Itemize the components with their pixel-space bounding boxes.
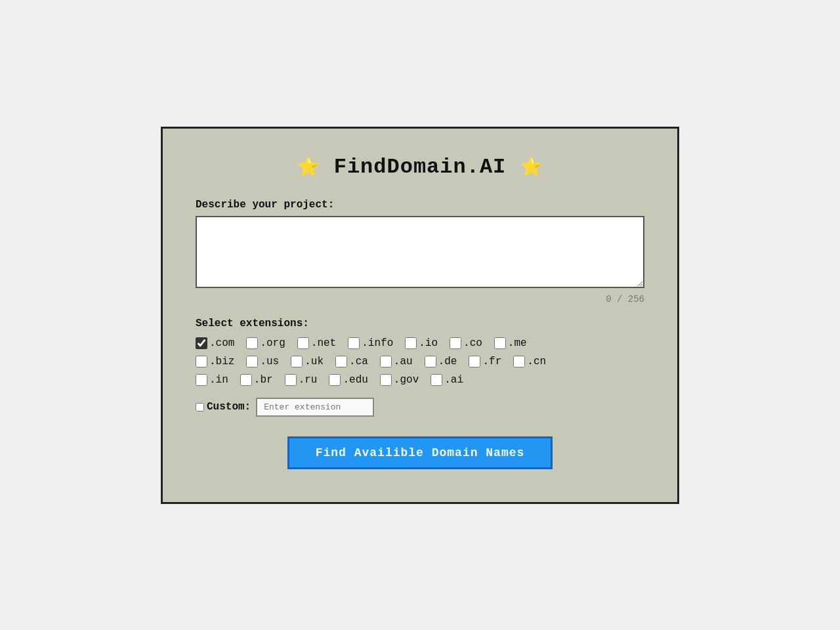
app-title: ⭐ FindDomain.AI ⭐ xyxy=(196,155,644,179)
ext-de-item[interactable]: .de xyxy=(425,356,457,368)
extensions-row-3: .in .br .ru .edu .gov .ai xyxy=(196,374,644,386)
ext-de-checkbox[interactable] xyxy=(425,356,436,368)
ext-biz-checkbox[interactable] xyxy=(196,356,207,368)
ext-edu-item[interactable]: .edu xyxy=(329,374,368,386)
ext-au-checkbox[interactable] xyxy=(380,356,392,368)
ext-uk-checkbox[interactable] xyxy=(291,356,303,368)
find-domains-button[interactable]: Find Availible Domain Names xyxy=(287,436,553,469)
ext-net-checkbox[interactable] xyxy=(297,337,309,349)
ext-ai-checkbox[interactable] xyxy=(430,374,442,386)
ext-ca-item[interactable]: .ca xyxy=(335,356,368,368)
ext-edu-checkbox[interactable] xyxy=(329,374,341,386)
ext-ca-checkbox[interactable] xyxy=(335,356,347,368)
custom-label-text: Custom: xyxy=(207,401,251,413)
ext-ru-checkbox[interactable] xyxy=(285,374,297,386)
extensions-row-2: .biz .us .uk .ca .au .de .fr .cn xyxy=(196,356,644,368)
ext-us-checkbox[interactable] xyxy=(246,356,258,368)
ext-co-checkbox[interactable] xyxy=(450,337,461,349)
main-container: ⭐ FindDomain.AI ⭐ Describe your project:… xyxy=(161,127,679,504)
describe-label: Describe your project: xyxy=(196,199,644,211)
ext-com-item[interactable]: .com xyxy=(196,337,234,349)
ext-io-item[interactable]: .io xyxy=(405,337,438,349)
star-left-icon: ⭐ xyxy=(297,158,320,178)
custom-extension-input[interactable] xyxy=(256,398,374,417)
ext-net-item[interactable]: .net xyxy=(297,337,336,349)
ext-me-checkbox[interactable] xyxy=(494,337,506,349)
ext-in-item[interactable]: .in xyxy=(196,374,228,386)
ext-us-item[interactable]: .us xyxy=(246,356,279,368)
ext-gov-checkbox[interactable] xyxy=(380,374,392,386)
ext-co-item[interactable]: .co xyxy=(450,337,482,349)
ext-br-checkbox[interactable] xyxy=(240,374,252,386)
ext-gov-item[interactable]: .gov xyxy=(380,374,419,386)
ext-cn-item[interactable]: .cn xyxy=(513,356,546,368)
extensions-grid: .com .org .net .info .io .co .me xyxy=(196,337,644,386)
ext-cn-checkbox[interactable] xyxy=(513,356,525,368)
ext-uk-item[interactable]: .uk xyxy=(291,356,324,368)
extensions-row-1: .com .org .net .info .io .co .me xyxy=(196,337,644,349)
extensions-label: Select extensions: xyxy=(196,318,644,329)
ext-br-item[interactable]: .br xyxy=(240,374,273,386)
char-count: 0 / 256 xyxy=(196,294,644,304)
project-textarea[interactable] xyxy=(196,216,644,288)
ext-ru-item[interactable]: .ru xyxy=(285,374,318,386)
star-right-icon: ⭐ xyxy=(520,158,543,178)
ext-biz-item[interactable]: .biz xyxy=(196,356,234,368)
ext-org-checkbox[interactable] xyxy=(246,337,258,349)
ext-me-item[interactable]: .me xyxy=(494,337,527,349)
custom-label[interactable]: Custom: xyxy=(196,401,251,413)
custom-row: Custom: xyxy=(196,398,644,417)
ext-in-checkbox[interactable] xyxy=(196,374,207,386)
app-title-text: FindDomain.AI xyxy=(334,155,507,179)
ext-io-checkbox[interactable] xyxy=(405,337,417,349)
ext-org-item[interactable]: .org xyxy=(246,337,285,349)
ext-au-item[interactable]: .au xyxy=(380,356,413,368)
custom-checkbox[interactable] xyxy=(196,403,204,411)
ext-info-item[interactable]: .info xyxy=(348,337,393,349)
ext-fr-item[interactable]: .fr xyxy=(469,356,501,368)
ext-com-checkbox[interactable] xyxy=(196,337,207,349)
ext-fr-checkbox[interactable] xyxy=(469,356,480,368)
ext-ai-item[interactable]: .ai xyxy=(430,374,463,386)
ext-info-checkbox[interactable] xyxy=(348,337,360,349)
